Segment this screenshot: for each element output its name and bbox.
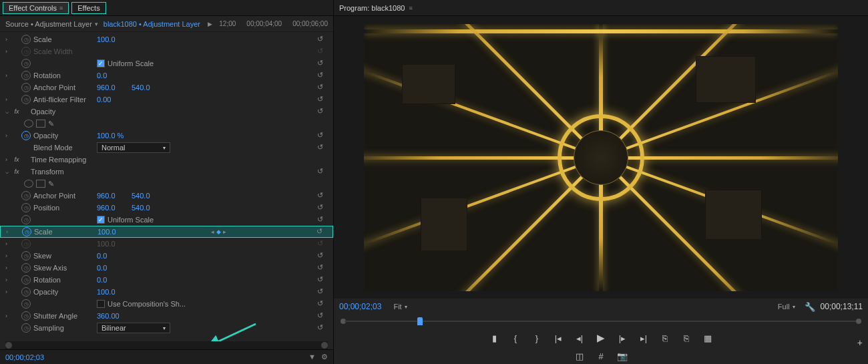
reset-icon[interactable]: ↺ (317, 203, 328, 212)
section-time-remapping[interactable]: › fx Time Remapping (0, 154, 333, 166)
fx-badge[interactable]: fx (12, 108, 21, 116)
step-back-icon[interactable]: ◂| (574, 332, 586, 344)
prop-use-composition[interactable]: ◷ Use Composition's Sh... ↺ (0, 298, 333, 310)
prop-blend-mode[interactable]: Blend Mode Normal▾ ↺ (0, 142, 333, 154)
reset-icon[interactable]: ↺ (317, 287, 328, 297)
stopwatch-icon[interactable]: ◷ (22, 227, 31, 236)
marker-icon[interactable]: ▮ (488, 332, 500, 344)
menu-icon[interactable]: ≡ (409, 5, 412, 11)
reset-icon[interactable]: ↺ (317, 71, 328, 80)
stopwatch-icon[interactable]: ◷ (21, 71, 31, 80)
reset-icon[interactable]: ↺ (317, 131, 328, 140)
reset-icon[interactable]: ↺ (317, 191, 328, 200)
stopwatch-icon[interactable]: ◷ (21, 95, 31, 104)
tab-effect-controls[interactable]: Effect Controls ≡ (3, 2, 69, 14)
reset-icon[interactable]: ↺ (316, 227, 327, 236)
fx-badge[interactable]: fx (12, 168, 21, 176)
resolution-dropdown[interactable]: Full▾ (774, 302, 799, 311)
prop-opacity[interactable]: › ◷ Opacity 100.0 % ↺ (0, 130, 333, 142)
twirl-icon[interactable]: › (5, 36, 12, 43)
stopwatch-icon[interactable]: ◷ (21, 251, 31, 260)
prop-anchor-point[interactable]: ◷ Anchor Point 960.0 540.0 ↺ (0, 81, 333, 94)
prop-t-anchor[interactable]: ◷ Anchor Point 960.0 540.0 ↺ (0, 190, 333, 202)
stopwatch-icon[interactable]: ◷ (21, 203, 31, 212)
horizontal-scrollbar[interactable] (5, 341, 328, 349)
reset-icon[interactable]: ↺ (317, 299, 328, 309)
keyframe-nav[interactable]: ◂◆▸ (211, 228, 226, 235)
reset-icon[interactable]: ↺ (317, 215, 328, 224)
in-point-icon[interactable]: { (509, 332, 521, 344)
stopwatch-icon[interactable]: ◷ (21, 131, 31, 140)
stopwatch-icon[interactable]: ◷ (21, 215, 31, 224)
prop-rotation[interactable]: › ◷ Rotation 0.0 ↺ (0, 69, 333, 81)
fx-badge[interactable]: fx (12, 156, 21, 164)
reset-icon[interactable]: ↺ (317, 311, 328, 321)
reset-icon[interactable]: ↺ (317, 275, 328, 285)
stopwatch-icon[interactable]: ◷ (21, 59, 31, 68)
stopwatch-icon[interactable]: ◷ (21, 275, 31, 285)
export-frame-icon[interactable]: ▦ (702, 332, 714, 344)
pen-icon[interactable]: ✎ (48, 120, 54, 128)
video-preview[interactable] (364, 24, 838, 291)
reset-icon[interactable]: ↺ (317, 107, 328, 116)
rect-mask-icon[interactable] (36, 180, 45, 188)
ellipse-mask-icon[interactable] (24, 180, 33, 188)
sampling-dropdown[interactable]: Bilinear▾ (97, 323, 170, 333)
stopwatch-icon[interactable]: ◷ (21, 299, 31, 309)
blend-mode-dropdown[interactable]: Normal▾ (97, 142, 170, 153)
prop-t-rotation[interactable]: › ◷ Rotation 0.0 ↺ (0, 274, 333, 286)
prop-uniform-scale[interactable]: ◷ Uniform Scale ↺ (0, 57, 333, 69)
twirl-icon[interactable]: ⌵ (5, 108, 12, 115)
reset-icon[interactable]: ↺ (317, 59, 328, 68)
go-to-out-icon[interactable]: ▸| (638, 332, 650, 344)
stopwatch-icon[interactable]: ◷ (21, 83, 31, 92)
section-transform[interactable]: ⌵ fx Transform ↺ (0, 166, 333, 178)
prop-t-opacity[interactable]: › ◷ Opacity 100.0 ↺ (0, 286, 333, 298)
playhead[interactable] (417, 317, 423, 325)
prop-t-uniform[interactable]: ◷ Uniform Scale ↺ (0, 214, 333, 226)
menu-icon[interactable]: ≡ (59, 5, 63, 11)
checkbox[interactable] (97, 59, 105, 67)
reset-icon[interactable]: ↺ (317, 95, 328, 104)
reset-icon[interactable]: ↺ (317, 143, 328, 152)
chevron-down-icon[interactable]: ▾ (95, 21, 98, 27)
extract-icon[interactable]: ⎘ (680, 332, 692, 344)
step-forward-icon[interactable]: |▸ (616, 332, 628, 344)
reset-icon[interactable]: ↺ (317, 323, 328, 333)
prop-anti-flicker[interactable]: › ◷ Anti-flicker Filter 0.00 ↺ (0, 94, 333, 106)
checkbox[interactable] (97, 216, 105, 224)
pen-icon[interactable]: ✎ (48, 180, 54, 188)
wrench-icon[interactable]: 🔧 (805, 302, 815, 312)
stopwatch-icon[interactable]: ◷ (21, 287, 31, 297)
add-button[interactable]: + (857, 337, 863, 348)
reset-icon[interactable]: ↺ (317, 35, 328, 44)
ellipse-mask-icon[interactable] (24, 120, 33, 128)
timeline-scrubber[interactable] (341, 316, 861, 327)
checkbox[interactable] (97, 300, 105, 308)
source-link[interactable]: black1080 • Adjustment Layer (103, 20, 200, 28)
current-timecode[interactable]: 00;00;02;03 (339, 302, 381, 311)
comparison-icon[interactable]: ◫ (574, 350, 586, 362)
prop-sampling[interactable]: ◷ Sampling Bilinear▾ ↺ (0, 322, 333, 334)
stopwatch-icon[interactable]: ◷ (21, 323, 31, 333)
reset-icon[interactable]: ↺ (317, 167, 328, 176)
stopwatch-icon[interactable]: ◷ (21, 35, 31, 44)
out-point-icon[interactable]: } (531, 332, 543, 344)
prop-t-skew-axis[interactable]: › ◷ Skew Axis 0.0 ↺ (0, 262, 333, 274)
play-icon[interactable]: ▶ (208, 21, 212, 27)
safe-margins-icon[interactable]: # (595, 350, 607, 362)
program-tab[interactable]: Program: black1080 ≡ (339, 4, 413, 12)
prop-shutter-angle[interactable]: › ◷ Shutter Angle 360.00 ↺ (0, 310, 333, 322)
stopwatch-icon[interactable]: ◷ (21, 191, 31, 200)
lift-icon[interactable]: ⎘ (659, 332, 671, 344)
prop-scale[interactable]: › ◷ Scale 100.0 ↺ (0, 33, 333, 45)
prop-t-scale[interactable]: › ◷ Scale 100.0 ◂◆▸ ↺ (0, 226, 333, 238)
footer-timecode[interactable]: 00;00;02;03 (5, 353, 44, 361)
filter-icon[interactable]: ▼ (308, 353, 316, 361)
stopwatch-icon[interactable]: ◷ (21, 263, 31, 272)
rect-mask-icon[interactable] (36, 120, 45, 128)
go-to-in-icon[interactable]: |◂ (552, 332, 564, 344)
tab-effects[interactable]: Effects (71, 2, 105, 14)
section-opacity[interactable]: ⌵ fx Opacity ↺ (0, 106, 333, 118)
camera-icon[interactable]: 📷 (616, 350, 628, 362)
